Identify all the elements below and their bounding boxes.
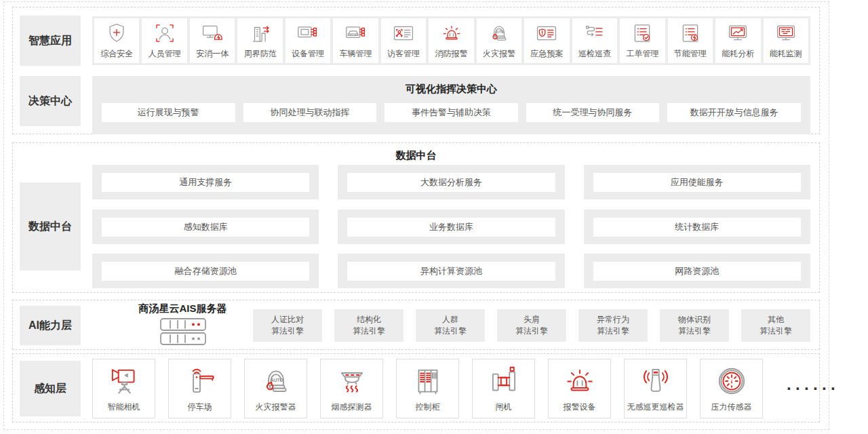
engine-suffix: 算法引擎 bbox=[678, 326, 711, 337]
control-cabinet-icon bbox=[411, 364, 445, 398]
engine-suffix: 算法引擎 bbox=[434, 326, 467, 337]
device-label: 停车场 bbox=[188, 401, 212, 413]
engine-name: 人证比对 bbox=[271, 314, 304, 326]
engine-name: 结构化 bbox=[357, 314, 381, 326]
doc-bolt-icon bbox=[679, 22, 702, 45]
engine-suffix: 算法引擎 bbox=[597, 326, 629, 337]
app-label: 火灾报警 bbox=[483, 48, 515, 60]
engine-name: 其他 bbox=[768, 314, 784, 326]
data-platform-item: 感知数据库 bbox=[102, 218, 309, 237]
shield-doc-icon bbox=[535, 22, 558, 45]
app-tile-jieneng-guanli: 节能管理 bbox=[668, 18, 713, 63]
device-row: 智能相机 停车场 AUTO 火灾报警器 烟感探测器 控制柜 闸机 报警设备 无感 bbox=[92, 359, 840, 418]
ais-server-block: 商汤星云AIS服务器 bbox=[113, 302, 252, 349]
data-platform-item: 融合存储资源池 bbox=[102, 262, 309, 281]
decision-band: 可视化指挥决策中心 运行展现与预警 协同处理与联动指挥 事件告警与辅助决策 统一… bbox=[92, 76, 810, 134]
app-label: 车辆管理 bbox=[340, 48, 372, 60]
app-label: 应急预案 bbox=[530, 48, 563, 60]
more-devices-dots: ······ bbox=[787, 379, 840, 398]
app-tile-yingji-yuan: 应急预案 bbox=[524, 18, 569, 63]
app-tile-zonghe-anquan: 综合安全 bbox=[94, 18, 139, 63]
data-platform-cell: 感知数据库 bbox=[92, 210, 319, 244]
decision-item: 运行展现与预警 bbox=[102, 103, 235, 122]
engine-name: 异常行为 bbox=[597, 314, 629, 326]
data-platform-cell: 通用支撑服务 bbox=[92, 165, 319, 199]
fire-alarm-icon: AUTO bbox=[259, 364, 293, 398]
app-label: 综合安全 bbox=[100, 48, 133, 60]
app-tile-nenghao-jiance: 能耗监测 bbox=[764, 18, 808, 63]
device-label: 控制柜 bbox=[416, 401, 440, 413]
app-tile-renyuan-guanli: 人员管理 bbox=[142, 18, 186, 63]
section-apps-decision: 智慧应用 综合安全 人员管理 安消一体 周界防范 设备管理 车辆管理 访客管理 bbox=[12, 7, 820, 134]
turnstile-icon bbox=[487, 364, 521, 398]
device-turnstile: 闸机 bbox=[472, 359, 535, 418]
fire-auto-icon: AUTO bbox=[488, 22, 511, 45]
shield-plus-icon bbox=[105, 22, 128, 45]
engine-box-other: 其他 算法引擎 bbox=[741, 309, 810, 342]
app-label: 能耗分析 bbox=[722, 48, 754, 60]
monitor-chart-icon bbox=[726, 22, 749, 45]
section-label-ai: AI能力层 bbox=[20, 306, 81, 345]
svg-text:AUTO: AUTO bbox=[270, 378, 283, 382]
app-tile-shebei-guanli: 设备管理 bbox=[285, 18, 330, 63]
device-label: 报警设备 bbox=[564, 401, 596, 413]
patrol-wand-icon bbox=[639, 364, 673, 398]
engine-suffix: 算法引擎 bbox=[515, 326, 548, 337]
idcard-person-icon bbox=[392, 22, 415, 45]
doc-check-icon bbox=[631, 22, 654, 45]
app-label: 工单管理 bbox=[626, 48, 658, 60]
app-label: 节能管理 bbox=[674, 48, 707, 60]
svg-text:AUTO: AUTO bbox=[495, 31, 504, 34]
decision-item: 数据开开放与信息服务 bbox=[667, 103, 801, 122]
device-label: 闸机 bbox=[496, 401, 512, 413]
algorithm-engine-row: 人证比对 算法引擎 结构化 算法引擎 人群 算法引擎 头肩 算法引擎 异常行为 … bbox=[253, 309, 810, 342]
device-smoke-detector: 烟感探测器 bbox=[320, 359, 383, 418]
data-platform-item: 统计数据库 bbox=[593, 218, 801, 237]
data-platform-item: 应用使能服务 bbox=[593, 173, 801, 192]
ais-server-title: 商汤星云AIS服务器 bbox=[113, 302, 252, 315]
data-platform-item: 网路资源池 bbox=[593, 262, 801, 281]
data-platform-cell: 统计数据库 bbox=[584, 210, 810, 244]
siren-icon bbox=[563, 364, 597, 398]
engine-box-object-recognition: 物体识别 算法引擎 bbox=[660, 309, 729, 342]
device-label: 烟感探测器 bbox=[332, 401, 372, 413]
decision-item: 统一受理与协同服务 bbox=[526, 103, 660, 122]
section-perception-layer: 感知层 智能相机 停车场 AUTO 火灾报警器 烟感探测器 控制柜 闸机 报警设… bbox=[12, 353, 820, 422]
device-patrol-checker: 无感巡更巡检器 bbox=[624, 359, 687, 418]
app-tile-huozai-baojing: AUTO 火灾报警 bbox=[477, 18, 521, 63]
app-label: 周界防范 bbox=[244, 48, 277, 60]
apps-band: 综合安全 人员管理 安消一体 周界防范 设备管理 车辆管理 访客管理 消防报警 bbox=[92, 16, 810, 65]
app-label: 设备管理 bbox=[292, 48, 324, 60]
face-scan-icon bbox=[153, 22, 176, 45]
engine-box-head-shoulder: 头肩 算法引擎 bbox=[497, 309, 566, 342]
data-platform-item: 异构计算资源池 bbox=[347, 262, 555, 281]
engine-name: 物体识别 bbox=[678, 314, 711, 326]
data-platform-cell: 异构计算资源池 bbox=[338, 254, 564, 288]
smoke-detector-icon bbox=[335, 364, 369, 398]
data-platform-item: 通用支撑服务 bbox=[102, 173, 309, 192]
app-tile-cheliang-guanli: 车辆管理 bbox=[333, 18, 378, 63]
decision-item: 协同处理与联动指挥 bbox=[243, 103, 377, 122]
monitor-nodes-icon bbox=[296, 22, 319, 45]
app-tile-gongdan-guanli: 工单管理 bbox=[620, 18, 665, 63]
app-label: 消防报警 bbox=[435, 48, 468, 60]
section-data-platform: 数据中台 数据中台 通用支撑服务 大数据分析服务 应用使能服务 感知数据库 业务… bbox=[12, 142, 820, 293]
data-platform-item: 业务数据库 bbox=[347, 218, 555, 237]
monitor-data-icon bbox=[774, 22, 797, 45]
data-platform-cell: 大数据分析服务 bbox=[338, 165, 564, 199]
decision-item: 事件告警与辅助决策 bbox=[384, 103, 518, 122]
engine-suffix: 算法引擎 bbox=[353, 326, 385, 337]
engine-name: 人群 bbox=[442, 314, 458, 326]
server-rack-icon bbox=[155, 337, 211, 349]
data-platform-row-services: 通用支撑服务 大数据分析服务 应用使能服务 bbox=[92, 165, 810, 199]
device-fire-alarm: AUTO 火灾报警器 bbox=[244, 359, 307, 418]
camera-icon bbox=[107, 364, 141, 398]
app-tile-xunjian-xuncha: 巡检巡查 bbox=[572, 18, 617, 63]
building-arrows-icon bbox=[249, 22, 272, 45]
app-tile-zhoujie-fangfan: 周界防范 bbox=[237, 18, 282, 63]
data-platform-row-resource-pools: 融合存储资源池 异构计算资源池 网路资源池 bbox=[92, 254, 810, 288]
route-list-icon bbox=[583, 22, 606, 45]
app-label: 能耗监测 bbox=[770, 48, 802, 60]
data-platform-cell: 业务数据库 bbox=[338, 210, 564, 244]
engine-box-abnormal-behavior: 异常行为 算法引擎 bbox=[578, 309, 648, 342]
